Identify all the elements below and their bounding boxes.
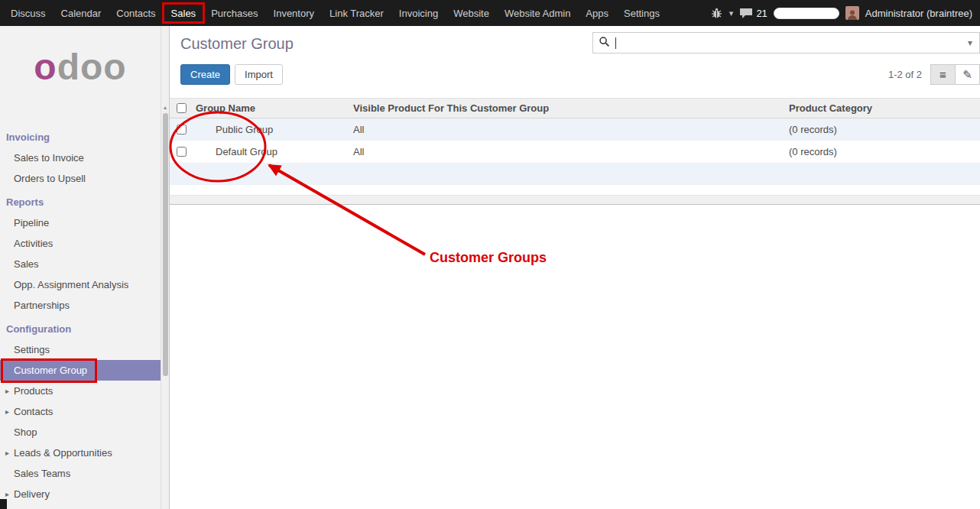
list-view: Group Name Visible Product For This Cust… (170, 98, 980, 205)
menu-website-admin[interactable]: Website Admin (497, 0, 578, 26)
sidebar-item-pipeline[interactable]: Pipeline (0, 212, 161, 233)
sidebar-section-reports: Reports (0, 191, 161, 212)
top-menu: Discuss Calendar Contacts Sales Purchase… (0, 0, 667, 26)
sidebar-item-sales[interactable]: Sales (0, 254, 161, 274)
row-checkbox-cell (170, 125, 193, 135)
menu-contacts[interactable]: Contacts (109, 0, 163, 26)
list-view-button[interactable]: ≡ (930, 64, 956, 85)
sidebar-item-contacts[interactable]: ▸Contacts (0, 401, 161, 422)
column-header-group-name[interactable]: Group Name (193, 102, 353, 114)
sidebar-item-delivery[interactable]: ▸Delivery (0, 484, 161, 504)
progress-pill (774, 8, 839, 19)
messages-count: 21 (756, 8, 767, 19)
view-switcher: ≡ ✎ (931, 64, 980, 85)
main-panel: Customer Group ▾ Create Import 1-2 of 2 (170, 26, 980, 509)
row-checkbox-cell (170, 147, 193, 157)
pager: 1-2 of 2 (888, 69, 922, 80)
row-checkbox[interactable] (177, 147, 187, 157)
sidebar-item-products[interactable]: ▸Products (0, 381, 161, 401)
topbar-right-tools: ▾ 21 Administrator (braintree) (710, 0, 980, 26)
caret-right-icon: ▸ (5, 387, 9, 395)
user-menu[interactable]: Administrator (braintree) (865, 8, 972, 19)
cell-group-name: Default Group (193, 146, 353, 157)
menu-inventory[interactable]: Inventory (266, 0, 322, 26)
sidebar-item-contacts-label: Contacts (14, 406, 53, 417)
logo-rest: doo (57, 46, 127, 88)
content-area: odoo Invoicing Sales to Invoice Orders t… (0, 26, 980, 509)
table-row[interactable]: Public Group All (0 records) (170, 118, 980, 141)
menu-invoicing[interactable]: Invoicing (391, 0, 446, 26)
list-footer-gap (170, 185, 980, 195)
sidebar-item-settings[interactable]: Settings (0, 339, 161, 360)
scrollbar-thumb[interactable] (163, 113, 168, 376)
logo-letter: o (34, 46, 57, 88)
sidebar-item-leads-opportunities-label: Leads & Opportunities (14, 447, 112, 459)
top-navbar: Discuss Calendar Contacts Sales Purchase… (0, 0, 980, 26)
cell-visible-product: All (353, 146, 789, 157)
sidebar-section-invoicing: Invoicing (0, 126, 161, 148)
search-dropdown-caret-icon[interactable]: ▾ (966, 37, 974, 48)
menu-sales-label: Sales (171, 8, 196, 19)
sidebar-item-delivery-label: Delivery (14, 488, 50, 500)
scrollbar-up-icon[interactable]: ▴ (161, 104, 169, 111)
menu-apps[interactable]: Apps (578, 0, 616, 26)
menu-settings[interactable]: Settings (616, 0, 667, 26)
list-view-icon: ≡ (939, 68, 946, 81)
search-icon (599, 36, 610, 50)
sidebar-item-sales-teams[interactable]: Sales Teams (0, 463, 161, 484)
menu-sales[interactable]: Sales (164, 0, 204, 26)
sidebar-item-customer-group[interactable]: Customer Group (0, 360, 161, 381)
table-row[interactable]: Default Group All (0 records) (170, 141, 980, 163)
avatar[interactable] (845, 6, 859, 20)
list-header-row: Group Name Visible Product For This Cust… (170, 98, 980, 118)
sidebar-item-opp-assignment-analysis[interactable]: Opp. Assignment Analysis (0, 274, 161, 295)
sidebar-item-shop[interactable]: Shop (0, 422, 161, 443)
pager-area: 1-2 of 2 ≡ ✎ (888, 64, 980, 85)
list-footer-band (170, 195, 980, 205)
menu-calendar[interactable]: Calendar (54, 0, 109, 26)
messages-icon[interactable] (739, 8, 753, 19)
sidebar-section-configuration: Configuration (0, 318, 161, 339)
debug-bug-icon[interactable] (710, 8, 723, 19)
search-input[interactable] (619, 37, 966, 49)
form-view-button[interactable]: ✎ (955, 64, 980, 85)
sidebar-item-sales-to-invoice[interactable]: Sales to Invoice (0, 148, 161, 168)
sidebar-item-products-label: Products (14, 385, 53, 397)
row-checkbox[interactable] (177, 125, 187, 135)
sidebar-item-partnerships[interactable]: Partnerships (0, 295, 161, 316)
cell-group-name: Public Group (193, 124, 353, 135)
caret-right-icon: ▸ (5, 490, 9, 498)
text-cursor (615, 37, 616, 49)
create-button[interactable]: Create (180, 64, 230, 85)
form-view-icon: ✎ (962, 68, 972, 82)
screen-corner-artifact (0, 499, 7, 509)
cell-product-category: (0 records) (789, 146, 980, 157)
sidebar-item-activities[interactable]: Activities (0, 233, 161, 254)
select-all-cell (170, 103, 193, 113)
cell-product-category: (0 records) (789, 124, 980, 135)
sidebar-nav: Invoicing Sales to Invoice Orders to Ups… (0, 107, 161, 504)
sidebar-scrollbar: ▴ (161, 26, 170, 509)
menu-website[interactable]: Website (446, 0, 497, 26)
import-button[interactable]: Import (235, 64, 283, 85)
page-title: Customer Group (180, 35, 294, 53)
search-box[interactable]: ▾ (592, 32, 980, 53)
sidebar-item-orders-to-upsell[interactable]: Orders to Upsell (0, 168, 161, 189)
control-panel-top: Customer Group ▾ (170, 26, 980, 60)
sidebar-item-leads-opportunities[interactable]: ▸Leads & Opportunities (0, 443, 161, 463)
sidebar: odoo Invoicing Sales to Invoice Orders t… (0, 26, 161, 509)
control-panel-buttons: Create Import 1-2 of 2 ≡ ✎ (170, 60, 980, 98)
menu-link-tracker[interactable]: Link Tracker (322, 0, 391, 26)
caret-right-icon: ▸ (5, 407, 9, 416)
select-all-checkbox[interactable] (177, 103, 187, 113)
caret-right-icon: ▸ (5, 449, 9, 457)
menu-discuss[interactable]: Discuss (3, 0, 54, 26)
column-header-product-category[interactable]: Product Category (789, 102, 980, 114)
menu-purchases[interactable]: Purchases (203, 0, 265, 26)
odoo-logo: odoo (0, 26, 161, 107)
debug-caret-down-icon[interactable]: ▾ (729, 8, 734, 18)
cell-visible-product: All (353, 124, 789, 135)
empty-list-row (170, 163, 980, 185)
messages-group: 21 (739, 8, 767, 19)
column-header-visible-product[interactable]: Visible Product For This Customer Group (353, 102, 789, 114)
